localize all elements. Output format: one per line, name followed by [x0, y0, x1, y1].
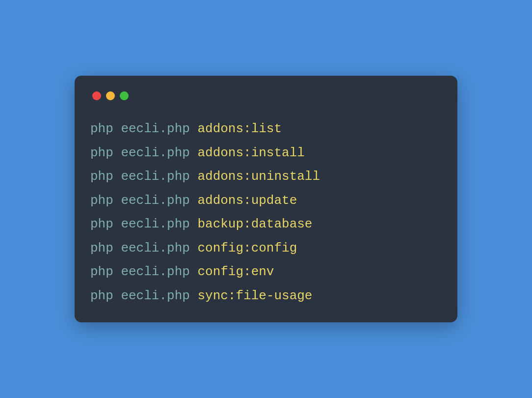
command-prefix: php eecli.php	[90, 264, 197, 279]
close-icon[interactable]	[92, 91, 101, 100]
terminal-line: php eecli.php addons:update	[90, 193, 442, 209]
command-name: config:env	[197, 264, 274, 279]
command-name: addons:uninstall	[197, 169, 320, 184]
command-name: addons:install	[197, 145, 304, 160]
maximize-icon[interactable]	[120, 91, 129, 100]
terminal-line: php eecli.php addons:uninstall	[90, 169, 442, 185]
terminal-line: php eecli.php config:config	[90, 240, 442, 256]
terminal-line: php eecli.php backup:database	[90, 216, 442, 232]
command-name: addons:list	[197, 121, 282, 136]
command-name: sync:file-usage	[197, 288, 312, 303]
command-prefix: php eecli.php	[90, 288, 197, 303]
terminal-content: php eecli.php addons:list php eecli.php …	[90, 121, 442, 304]
command-name: addons:update	[197, 193, 297, 208]
terminal-window: php eecli.php addons:list php eecli.php …	[75, 76, 457, 322]
command-prefix: php eecli.php	[90, 121, 197, 136]
command-name: backup:database	[197, 217, 312, 231]
terminal-line: php eecli.php addons:install	[90, 145, 442, 161]
terminal-line: php eecli.php sync:file-usage	[90, 288, 442, 304]
terminal-line: php eecli.php config:env	[90, 264, 442, 280]
minimize-icon[interactable]	[106, 91, 115, 100]
window-controls	[90, 91, 442, 100]
command-prefix: php eecli.php	[90, 145, 197, 160]
command-prefix: php eecli.php	[90, 169, 197, 184]
command-name: config:config	[197, 241, 297, 256]
terminal-line: php eecli.php addons:list	[90, 121, 442, 137]
command-prefix: php eecli.php	[90, 217, 197, 231]
command-prefix: php eecli.php	[90, 193, 197, 208]
command-prefix: php eecli.php	[90, 241, 197, 256]
